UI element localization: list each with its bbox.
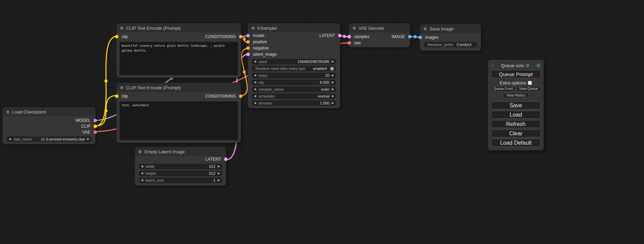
decrement-arrow-icon[interactable]: ◀: [141, 165, 143, 168]
slot-row: vae: [349, 40, 410, 46]
output-slot-conditioning[interactable]: [239, 94, 242, 98]
widget-steps[interactable]: ◀ steps 20 ▶: [252, 73, 336, 78]
node-save-image[interactable]: Save Image images filename_prefix ComfyU…: [420, 24, 481, 51]
node-titlebar[interactable]: Save Image: [420, 24, 481, 33]
slot-row: VAE: [3, 129, 95, 135]
node-ksampler[interactable]: KSampler model LATENT positive negative …: [248, 24, 340, 108]
output-slot-clip[interactable]: [94, 125, 97, 128]
input-slot-vae[interactable]: [347, 41, 351, 45]
decrement-arrow-icon[interactable]: ◀: [141, 172, 143, 175]
input-slot-clip[interactable]: [115, 35, 118, 38]
widget-filename-prefix[interactable]: filename_prefix ComfyUI: [424, 42, 477, 47]
increment-arrow-icon[interactable]: ▶: [332, 60, 334, 63]
node-titlebar[interactable]: CLIP Text Encode (Prompt): [117, 83, 241, 92]
decrement-arrow-icon[interactable]: ◀: [254, 81, 256, 84]
node-title: CLIP Text Encode (Prompt): [126, 85, 181, 90]
widget-sampler-name[interactable]: ◀ sampler_name euler ▶: [252, 87, 336, 92]
queue-front-button[interactable]: Queue Front: [491, 86, 515, 92]
view-history-button[interactable]: View History: [503, 93, 529, 98]
collapse-dot-icon[interactable]: [6, 110, 9, 114]
output-slot-vae[interactable]: [94, 130, 97, 134]
increment-arrow-icon[interactable]: ▶: [218, 165, 220, 168]
widget-batch-size[interactable]: ◀ batch_size 1 ▶: [139, 178, 222, 183]
increment-arrow-icon[interactable]: ▶: [332, 102, 334, 105]
clear-button[interactable]: Clear: [491, 129, 541, 137]
extra-options-checkbox[interactable]: [528, 81, 532, 85]
collapse-dot-icon[interactable]: [120, 27, 123, 30]
prompt-textarea[interactable]: beautiful scenery nature glass bottle la…: [120, 42, 238, 75]
queue-prompt-button[interactable]: Queue Prompt: [491, 70, 541, 78]
widget-name: cfg: [258, 80, 264, 85]
input-slot-clip[interactable]: [115, 94, 118, 98]
decrement-arrow-icon[interactable]: ◀: [254, 60, 256, 63]
decrement-arrow-icon[interactable]: ◀: [9, 138, 11, 141]
input-slot-positive[interactable]: [246, 40, 250, 44]
queue-panel-header: ⣿ Queue size: 0 ⚙: [491, 63, 541, 68]
collapse-dot-icon[interactable]: [139, 150, 142, 153]
node-titlebar[interactable]: VAE Decode: [349, 24, 410, 33]
increment-arrow-icon[interactable]: ▶: [332, 88, 334, 91]
decrement-arrow-icon[interactable]: ◀: [254, 102, 256, 105]
slot-row: MODEL: [3, 117, 95, 123]
toggle-dot-icon[interactable]: [330, 67, 334, 71]
load-button[interactable]: Load: [491, 111, 541, 119]
output-slot-model[interactable]: [94, 119, 97, 122]
input-slot-negative[interactable]: [246, 46, 250, 50]
widget-random-seed-toggle[interactable]: Random seed after every gen enabled: [252, 66, 336, 71]
collapse-dot-icon[interactable]: [252, 27, 255, 30]
node-clip-text-encode-positive[interactable]: CLIP Text Encode (Prompt) clip CONDITION…: [117, 24, 241, 78]
widget-denoise[interactable]: ◀ denoise 1.000 ▶: [252, 100, 336, 106]
prompt-textarea[interactable]: text, watermark: [120, 101, 238, 140]
node-load-checkpoint[interactable]: Load Checkpoint MODEL CLIP VAE ◀ ckpt_na…: [3, 107, 95, 144]
decrement-arrow-icon[interactable]: ◀: [254, 95, 256, 98]
node-titlebar[interactable]: Empty Latent Image: [135, 147, 226, 156]
widget-height[interactable]: ◀ height 512 ▶: [139, 171, 222, 176]
widget-value: euler: [321, 87, 329, 92]
output-slot-image[interactable]: [408, 35, 412, 38]
increment-arrow-icon[interactable]: ▶: [332, 81, 334, 84]
increment-arrow-icon[interactable]: ▶: [218, 179, 220, 182]
input-slot-samples[interactable]: [347, 35, 351, 38]
output-slot-conditioning[interactable]: [239, 35, 242, 38]
increment-arrow-icon[interactable]: ▶: [332, 74, 334, 77]
node-clip-text-encode-negative[interactable]: CLIP Text Encode (Prompt) clip CONDITION…: [117, 83, 241, 143]
slot-row: clip CONDITIONING: [117, 34, 241, 40]
extra-options-label: Extra options: [500, 80, 526, 85]
save-button[interactable]: Save: [491, 101, 541, 109]
node-vae-decode[interactable]: VAE Decode samples IMAGE vae: [349, 24, 410, 47]
collapse-dot-icon[interactable]: [353, 27, 356, 30]
load-default-button[interactable]: Load Default: [491, 139, 541, 147]
widget-scheduler[interactable]: ◀ scheduler normal ▶: [252, 93, 336, 99]
slot-row: LATENT: [135, 156, 226, 162]
drag-handle-icon[interactable]: ⣿: [491, 64, 494, 67]
output-slot-latent[interactable]: [224, 157, 228, 161]
widget-value: 512: [209, 164, 215, 169]
refresh-button[interactable]: Refresh: [491, 120, 541, 128]
collapse-dot-icon[interactable]: [120, 86, 123, 89]
node-title: Load Checkpoint: [12, 109, 46, 115]
input-slot-latent-image[interactable]: [246, 53, 250, 56]
input-slot-model[interactable]: [246, 34, 250, 37]
node-titlebar[interactable]: CLIP Text Encode (Prompt): [117, 24, 241, 33]
decrement-arrow-icon[interactable]: ◀: [254, 88, 256, 91]
increment-arrow-icon[interactable]: ▶: [87, 138, 89, 141]
widget-name: steps: [258, 73, 267, 78]
node-empty-latent-image[interactable]: Empty Latent Image LATENT ◀ width 512 ▶ …: [135, 147, 226, 186]
decrement-arrow-icon[interactable]: ◀: [141, 179, 143, 182]
output-slot-label: IMAGE: [391, 34, 405, 39]
node-titlebar[interactable]: KSampler: [248, 24, 340, 33]
slot-row: positive: [248, 39, 340, 45]
decrement-arrow-icon[interactable]: ◀: [254, 74, 256, 77]
increment-arrow-icon[interactable]: ▶: [218, 172, 220, 175]
widget-ckpt-name[interactable]: ◀ ckpt_name v1-5-pruned-emaonly.ckpt ▶: [6, 136, 92, 142]
input-slot-images[interactable]: [418, 36, 422, 39]
output-slot-latent[interactable]: [338, 34, 342, 37]
widget-width[interactable]: ◀ width 512 ▶: [139, 164, 222, 169]
collapse-dot-icon[interactable]: [424, 27, 427, 30]
settings-gear-icon[interactable]: ⚙: [536, 63, 541, 68]
widget-seed[interactable]: ◀ seed 156680208700286 ▶: [252, 59, 336, 64]
increment-arrow-icon[interactable]: ▶: [332, 95, 334, 98]
widget-cfg[interactable]: ◀ cfg 8.000 ▶: [252, 80, 336, 85]
node-titlebar[interactable]: Load Checkpoint: [3, 107, 95, 116]
view-queue-button[interactable]: View Queue: [517, 86, 541, 92]
